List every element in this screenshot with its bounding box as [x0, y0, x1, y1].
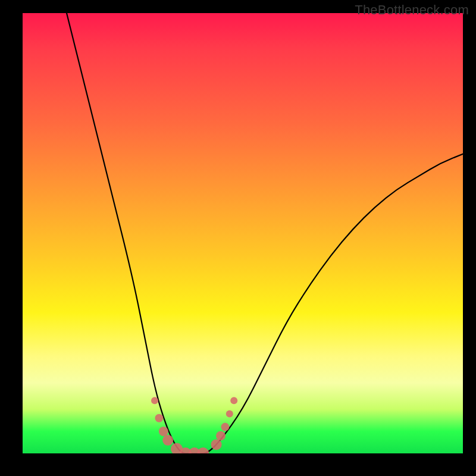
marker-point: [226, 410, 233, 417]
marker-point: [162, 435, 173, 446]
marker-point: [159, 427, 168, 436]
marker-point: [151, 397, 158, 404]
marker-point: [216, 431, 226, 440]
chart-frame: TheBottleneck.com: [0, 0, 476, 476]
marker-point: [197, 447, 209, 453]
marker-point: [221, 423, 229, 431]
chart-plot-area: [23, 13, 463, 453]
marker-point: [211, 439, 222, 450]
highlighted-points: [151, 397, 237, 453]
chart-overlay: [23, 13, 463, 453]
marker-point: [155, 414, 163, 422]
bottleneck-curve: [67, 13, 463, 453]
watermark-label: TheBottleneck.com: [355, 2, 469, 18]
marker-point: [230, 397, 237, 404]
